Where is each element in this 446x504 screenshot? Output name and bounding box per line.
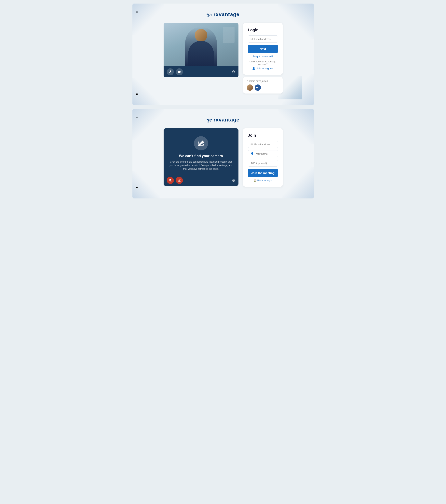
person-icon: 👤 [252, 67, 255, 70]
join-email-wrap[interactable]: ✉ [248, 141, 278, 148]
video-preview-card: ⚙ [164, 23, 238, 77]
join-name-wrap[interactable]: 👤 [248, 150, 278, 157]
video-preview [164, 23, 238, 66]
home-icon: 🏠 [254, 179, 257, 182]
no-account-text: Don't have an RxVantage account? [248, 60, 278, 66]
login-screen: 𝛄𝜀 rxvantage [133, 3, 314, 105]
logo-wordmark: rxvantage [213, 11, 239, 17]
next-button[interactable]: Next [248, 45, 278, 53]
join-mic-button[interactable] [167, 177, 174, 184]
camera-off-desc: Check to be sure it is connected and ins… [168, 160, 234, 171]
logo-icon-2: 𝛄𝜀 [207, 117, 212, 123]
avatar-1 [247, 85, 253, 91]
camera-off-card: We can't find your camera Check to be su… [164, 128, 238, 186]
join-npi-input[interactable] [251, 162, 275, 164]
join-meeting-button[interactable]: Join the meeting [248, 169, 278, 177]
mic-button[interactable] [167, 68, 174, 75]
joined-count-text: 2 others have joined [247, 80, 279, 83]
join-screen: 𝛄𝜀 rxvantage We can't find your camera C… [133, 109, 314, 198]
cam-off-icon [194, 136, 208, 150]
login-title: Login [248, 28, 278, 32]
video-controls-bar: ⚙ [164, 66, 238, 77]
forgot-password-link[interactable]: Forgot password? [248, 55, 278, 58]
camera-button[interactable] [176, 68, 183, 75]
login-card: Login ✉ Next Forgot password? Don't have… [243, 23, 283, 75]
back-to-login-anchor[interactable]: Back to login [257, 179, 272, 182]
camera-off-title: We can't find your camera [168, 154, 234, 158]
camera-off-panel: We can't find your camera Check to be su… [164, 128, 238, 175]
back-to-login-link[interactable]: 🏠 Back to login [248, 179, 278, 182]
avatar-row: DF [247, 85, 279, 91]
forgot-password-anchor[interactable]: Forgot password? [252, 55, 273, 58]
join-main-row: We can't find your camera Check to be su… [136, 128, 310, 187]
join-name-input[interactable] [255, 152, 275, 155]
joined-card: 2 others have joined DF [243, 77, 283, 93]
join-person-icon: 👤 [251, 152, 254, 155]
login-main-row: ⚙ Login ✉ Next Forgot password? Don't ha [136, 23, 310, 93]
email-icon: ✉ [251, 37, 253, 40]
join-as-guest-link[interactable]: 👤 Join as a guest [248, 67, 278, 70]
settings-button[interactable]: ⚙ [232, 70, 235, 74]
join-email-input[interactable] [254, 143, 275, 146]
logo-wordmark-2: rxvantage [213, 117, 239, 123]
logo-icon: 𝛄𝜀 [207, 11, 212, 17]
join-camera-button[interactable] [176, 177, 183, 184]
avatar-2: DF [255, 85, 261, 91]
email-input[interactable] [254, 38, 275, 40]
join-settings-button[interactable]: ⚙ [232, 178, 235, 183]
join-guest-label[interactable]: Join as a guest [256, 67, 273, 70]
login-right-col: Login ✉ Next Forgot password? Don't have… [243, 23, 283, 93]
join-email-icon: ✉ [251, 143, 253, 146]
join-title: Join [248, 133, 278, 138]
join-video-controls: ⚙ [164, 175, 238, 186]
join-npi-wrap[interactable] [248, 160, 278, 166]
email-input-wrap[interactable]: ✉ [248, 36, 278, 42]
join-form-card: Join ✉ 👤 Join the meeting 🏠 Back to logi… [243, 128, 283, 187]
